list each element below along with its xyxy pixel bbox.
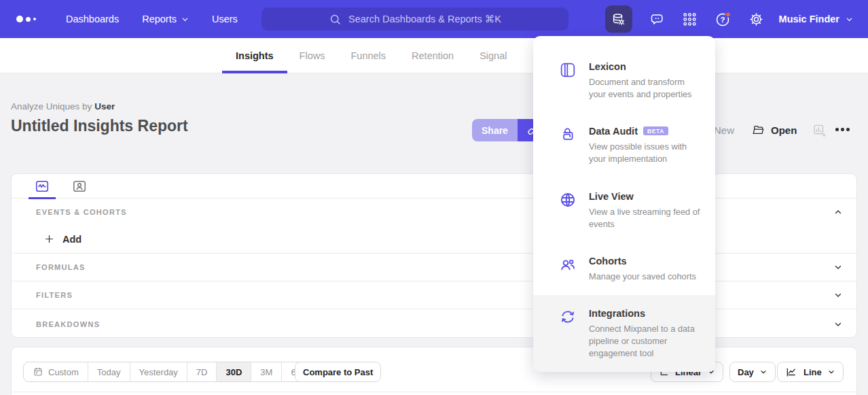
data-management-menu: Lexicon Document and transform your even… [533, 36, 715, 372]
range-custom[interactable]: Custom [24, 362, 88, 381]
search-input[interactable]: Search Dashboards & Reports ⌘K [261, 7, 568, 31]
calendar-icon [33, 366, 43, 377]
mixpanel-logo[interactable] [16, 16, 36, 22]
menu-item-description: Manage your saved cohorts [589, 271, 696, 283]
folder-icon [751, 123, 765, 137]
logo-dot-small [33, 18, 36, 20]
range-today[interactable]: Today [88, 362, 130, 381]
chevron-down-icon[interactable] [833, 290, 843, 300]
section-label: EVENTS & COHORTS [36, 208, 127, 216]
app-root: Dashboards Reports Users Search Dashboar… [0, 0, 868, 395]
pulse-chart-icon [35, 179, 50, 194]
data-audit-icon [559, 125, 577, 165]
section-label: FORMULAS [36, 263, 86, 271]
tab-insights[interactable]: Insights [236, 38, 274, 73]
compare-to-past-button[interactable]: Compare to Past [295, 362, 381, 382]
nav-users[interactable]: Users [212, 14, 238, 24]
chart-type-label: Line [803, 367, 822, 377]
chart-type-selector[interactable]: Line [777, 362, 844, 382]
range-yesterday[interactable]: Yesterday [130, 362, 187, 381]
line-chart-icon [785, 366, 798, 379]
add-label: Add [62, 234, 82, 245]
integrations-icon [559, 307, 577, 360]
menu-item-data-audit[interactable]: Data AuditBETA View possible issues with… [533, 113, 715, 177]
menu-item-title: Live View [589, 191, 634, 202]
section-label: BREAKDOWNS [36, 320, 100, 328]
chevron-down-icon [827, 368, 835, 376]
live-view-icon [559, 190, 577, 230]
beta-badge: BETA [643, 126, 668, 135]
chevron-down-icon[interactable] [833, 320, 843, 329]
menu-item-title: Integrations [589, 308, 645, 319]
menu-item-live-view[interactable]: Live View View a live streaming feed of … [533, 178, 715, 243]
menu-item-integrations[interactable]: Integrations Connect Mixpanel to a data … [533, 295, 715, 372]
range-label: Custom [48, 367, 79, 377]
report-subtitle: Analyze Uniques byUser [11, 101, 115, 111]
more-options-button[interactable] [835, 128, 850, 131]
events-cohorts-section-header[interactable]: EVENTS & COHORTS [12, 199, 856, 225]
search-placeholder: Search Dashboards & Reports ⌘K [348, 14, 501, 24]
project-name: Music Finder [779, 14, 839, 24]
chart-toolbar-panel: Custom Today Yesterday 7D 30D 3M 6M 12M … [11, 347, 857, 395]
builder-mode-tabs [12, 174, 856, 199]
range-7d[interactable]: 7D [187, 362, 217, 381]
chevron-down-icon[interactable] [833, 262, 843, 272]
chevron-down-icon [181, 16, 189, 23]
nav-reports[interactable]: Reports [142, 14, 189, 24]
interval-label: Day [738, 367, 754, 377]
menu-item-cohorts[interactable]: Cohorts Manage your saved cohorts [533, 243, 715, 295]
toolbar-divider [12, 392, 856, 392]
share-button[interactable]: Share [472, 119, 518, 141]
report-title[interactable]: Untitled Insights Report [11, 117, 188, 135]
breakdowns-section-header[interactable]: BREAKDOWNS [12, 309, 856, 339]
subtitle-metric[interactable]: User [94, 101, 115, 111]
primary-nav: Dashboards Reports Users [66, 14, 238, 24]
data-management-button[interactable] [605, 5, 632, 33]
report-tabbar: Insights Flows Funnels Retention Signal … [0, 38, 868, 73]
menu-item-lexicon[interactable]: Lexicon Document and transform your even… [533, 48, 715, 113]
settings-button[interactable] [748, 12, 764, 27]
section-label: FILTERS [36, 291, 73, 299]
chart-plus-icon [812, 123, 827, 137]
tab-user-profiles[interactable] [66, 174, 93, 199]
lexicon-icon [559, 61, 577, 101]
chevron-down-icon [846, 16, 853, 23]
formulas-section-header[interactable]: FORMULAS [12, 253, 856, 281]
project-selector[interactable]: Music Finder [779, 14, 853, 24]
search-icon [329, 13, 342, 26]
svg-text:?: ? [720, 15, 725, 23]
interval-selector[interactable]: Day [729, 362, 776, 382]
subtitle-prefix: Analyze Uniques by [11, 101, 92, 111]
menu-item-title: Lexicon [589, 61, 626, 72]
menu-item-title: Data Audit [589, 126, 638, 137]
chevron-down-icon [759, 368, 767, 376]
range-3m[interactable]: 3M [251, 362, 282, 381]
tab-signal[interactable]: Signal [480, 38, 507, 73]
menu-item-title: Cohorts [589, 256, 627, 267]
add-to-dashboard-button[interactable] [812, 123, 827, 137]
cohorts-icon [559, 255, 577, 283]
query-builder-panel: EVENTS & COHORTS Add FORMULAS FILTERS BR… [11, 173, 857, 338]
chevron-up-icon[interactable] [833, 207, 843, 217]
tab-flows[interactable]: Flows [300, 38, 325, 73]
logo-dot-medium [26, 17, 31, 22]
new-label: New [714, 124, 734, 136]
gear-icon [748, 12, 764, 27]
filters-section-header[interactable]: FILTERS [12, 281, 856, 309]
help-button[interactable]: ? [715, 11, 731, 28]
speech-bubble-icon [649, 12, 665, 27]
tab-events-metrics[interactable] [29, 174, 56, 199]
nav-dashboards[interactable]: Dashboards [66, 14, 119, 24]
tab-funnels[interactable]: Funnels [350, 38, 386, 73]
feedback-button[interactable] [649, 12, 665, 27]
menu-item-description: View possible issues with your implement… [589, 141, 700, 165]
tab-retention[interactable]: Retention [412, 38, 454, 73]
open-report-button[interactable]: Open [751, 123, 797, 137]
nav-right-cluster: ? Music Finder [605, 0, 868, 38]
apps-grid-button[interactable] [682, 12, 698, 27]
grid-apps-icon [682, 12, 698, 27]
menu-item-description: View a live streaming feed of events [589, 206, 700, 230]
add-event-button[interactable]: Add [12, 225, 856, 253]
range-30d[interactable]: 30D [217, 362, 251, 381]
help-icon: ? [715, 11, 731, 28]
